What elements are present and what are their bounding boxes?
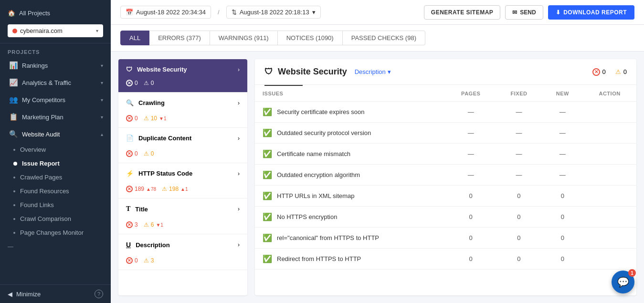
filter-all[interactable]: ALL	[120, 31, 149, 45]
action-cell-3	[583, 165, 636, 186]
duplicate-counts: ✕ 0 ⚠ 0	[118, 148, 247, 163]
sidebar-sub-issue-report[interactable]: Issue Report	[0, 157, 111, 170]
sidebar-sub-page-changes[interactable]: Page Changes Monitor	[0, 226, 111, 240]
project-selector[interactable]: cybernaira.com ▾	[8, 24, 103, 37]
issue-label-2: Certificate name mismatch	[277, 150, 350, 157]
generate-sitemap-button[interactable]: GENERATE SITEMAP	[424, 5, 500, 20]
filter-notices[interactable]: NOTICES (1090)	[278, 31, 343, 45]
http-error-icon: ✕	[126, 186, 133, 192]
action-cell-6	[583, 228, 636, 249]
minimize-arrow-icon: ◀	[8, 291, 12, 298]
issue-label-6: rel="canonical" from HTTPS to HTTP	[277, 234, 379, 241]
title-warning-delta: ▼1	[156, 222, 163, 228]
pages-cell-3: —	[446, 165, 496, 186]
action-cell-4	[583, 186, 636, 207]
issue-cell-5: ✅ No HTTPS encryption	[255, 207, 446, 228]
new-cell-6: 0	[542, 228, 583, 249]
sidebar-sub-overview[interactable]: Overview	[0, 143, 111, 157]
section-description-header[interactable]: U Description ›	[118, 234, 247, 255]
security-error-circle: ✕	[126, 80, 133, 86]
http-error-count: ✕ 189 ▲78	[126, 186, 156, 192]
sidebar-item-rankings[interactable]: 📊 Rankings ▾	[0, 57, 111, 74]
crawling-error-count: ✕ 0	[126, 115, 138, 122]
sidebar-sub-found-resources[interactable]: Found Resources	[0, 184, 111, 198]
chevron-down-icon: ▾	[96, 28, 98, 33]
crawled-pages-dot	[13, 177, 15, 178]
section-http-header[interactable]: ⚡ HTTP Status Code ›	[118, 163, 247, 184]
sidebar-sub-crawl-comparison[interactable]: Crawl Comparison	[0, 212, 111, 226]
left-panel: 🛡 Website Security › ✕ 0 ⚠ 0	[118, 59, 247, 295]
download-icon: ⬇	[556, 9, 561, 16]
analytics-chevron: ▾	[101, 80, 103, 85]
new-cell-7: 0	[542, 249, 583, 270]
current-date: August-18 2022 20:34:34	[136, 9, 206, 16]
pages-cell-2: —	[446, 144, 496, 165]
topbar: 📅 August-18 2022 20:34:34 / ⇅ August-18 …	[111, 0, 644, 25]
send-button[interactable]: ✉ SEND	[505, 5, 543, 20]
all-projects-link[interactable]: 🏠 All Projects	[8, 6, 103, 21]
filter-passed[interactable]: PASSED CHECKS (98)	[343, 31, 425, 45]
title-arrow-icon: ›	[238, 206, 240, 212]
section-title-header[interactable]: T Title ›	[118, 199, 247, 219]
issue-label-5: No HTTPS encryption	[277, 213, 337, 220]
new-cell-3: —	[542, 165, 583, 186]
action-cell-1	[583, 123, 636, 144]
crawling-warning-icon: ⚠	[144, 115, 149, 122]
sidebar: 🏠 All Projects cybernaira.com ▾ PROJECTS…	[0, 0, 111, 303]
description-error-icon: ✕	[126, 257, 133, 264]
new-cell-4: 0	[542, 186, 583, 207]
pages-cell-6: 0	[446, 228, 496, 249]
issue-label-7: Redirect from HTTPS to HTTP	[277, 255, 361, 262]
rankings-label: Rankings	[22, 62, 48, 69]
chat-widget[interactable]: 💬 1	[612, 271, 634, 293]
minimize-button[interactable]: ◀ Minimize ?	[0, 284, 111, 303]
filter-errors[interactable]: ERRORS (377)	[149, 31, 210, 45]
audit-label: Website Audit	[22, 131, 60, 138]
title-error-icon: ✕	[126, 221, 133, 228]
marketing-chevron: ▾	[101, 115, 103, 120]
sidebar-item-audit[interactable]: 🔍 Website Audit ▴	[0, 125, 111, 143]
analytics-icon: 📈	[9, 78, 18, 87]
col-action: ACTION	[583, 86, 636, 102]
content-area: 🛡 Website Security › ✕ 0 ⚠ 0	[111, 52, 644, 303]
chat-icon: 💬	[617, 276, 629, 288]
new-cell-1: —	[542, 123, 583, 144]
mail-icon: ✉	[512, 9, 517, 16]
sidebar-sub-found-links[interactable]: Found Links	[0, 198, 111, 212]
issue-label-3: Outdated encryption algorithm	[277, 171, 360, 178]
download-report-button[interactable]: ⬇ DOWNLOAD REPORT	[548, 5, 634, 20]
sidebar-item-competitors[interactable]: 👥 My Competitors ▾	[0, 91, 111, 108]
section-http-status: ⚡ HTTP Status Code › ✕ 189 ▲78 ⚠ 198 ▲1	[118, 163, 247, 199]
new-cell-0: —	[542, 102, 583, 123]
sidebar-item-marketing[interactable]: 📋 Marketing Plan ▾	[0, 108, 111, 125]
filter-warnings[interactable]: WARNINGS (911)	[210, 31, 278, 45]
description-dropdown-label: Description	[355, 68, 386, 75]
audit-submenu: Overview Issue Report Crawled Pages Foun…	[0, 143, 111, 240]
pages-cell-5: 0	[446, 207, 496, 228]
compare-icon: ⇅	[232, 9, 237, 16]
rp-error-num: 0	[602, 68, 606, 75]
duplicate-error-icon: ✕	[126, 150, 133, 157]
table-row: ✅ No HTTPS encryption 0 0 0	[255, 207, 636, 228]
help-icon: ?	[95, 290, 103, 298]
http-error-delta: ▲78	[146, 187, 156, 192]
section-crawling-header[interactable]: 🔍 Crawling ›	[118, 93, 247, 113]
sidebar-item-analytics[interactable]: 📈 Analytics & Traffic ▾	[0, 74, 111, 91]
rp-error-icon: ✕	[592, 68, 600, 76]
http-warning-icon: ⚠	[162, 186, 167, 192]
sidebar-sub-crawled-pages[interactable]: Crawled Pages	[0, 170, 111, 184]
pages-cell-4: 0	[446, 186, 496, 207]
rp-warning-num: 0	[623, 68, 627, 75]
topbar-left: 📅 August-18 2022 20:34:34 / ⇅ August-18 …	[120, 6, 321, 19]
description-dropdown[interactable]: Description ▾	[355, 68, 391, 75]
section-duplicate-header[interactable]: 📄 Duplicate Content ›	[118, 128, 247, 148]
issue-cell-7: ✅ Redirect from HTTPS to HTTP	[255, 249, 446, 270]
chat-badge: 1	[628, 269, 636, 277]
section-website-security-header[interactable]: 🛡 Website Security ›	[118, 59, 247, 80]
security-counts: ✕ 0 ⚠ 0	[118, 80, 247, 92]
action-cell-0	[583, 102, 636, 123]
security-arrow-icon: ›	[238, 66, 240, 73]
current-date-badge: 📅 August-18 2022 20:34:34	[120, 6, 211, 19]
compare-date-badge[interactable]: ⇅ August-18 2022 20:18:13 ▾	[226, 6, 321, 19]
check-icon-0: ✅	[263, 107, 272, 116]
